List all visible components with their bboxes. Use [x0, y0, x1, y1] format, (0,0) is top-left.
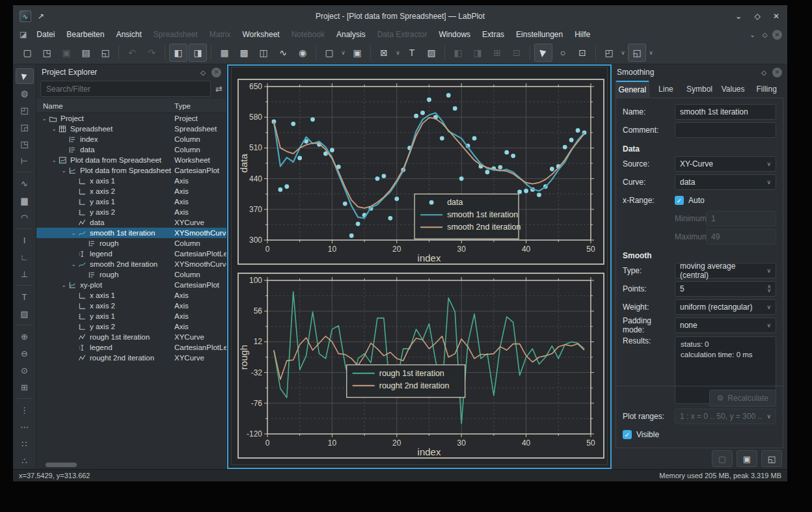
search-input[interactable] — [40, 81, 211, 97]
navigate-button[interactable]: ◍ — [16, 85, 34, 101]
break-layout-button[interactable]: ⊡ — [508, 44, 526, 62]
plot-data-from-spreadsheet[interactable]: 01020304050300370440510580650indexdatada… — [237, 79, 604, 265]
tree-row[interactable]: ⌄smooth 2nd iterationXYSmoothCurve — [36, 259, 226, 269]
minimum-field[interactable]: 1 — [706, 211, 776, 226]
tree-row[interactable]: ⌄Plot data from SpreadsheetCartesianPlot — [36, 165, 226, 176]
tree-column-header[interactable]: Name Type — [36, 99, 226, 113]
new-spreadsheet-button[interactable]: ▦ — [215, 44, 234, 62]
menu-worksheet[interactable]: Worksheet — [237, 30, 286, 39]
tab-general[interactable]: General — [616, 81, 649, 98]
new-matrix-button[interactable]: ▩ — [235, 44, 253, 62]
filter-options-icon[interactable]: ⇄ — [215, 84, 223, 94]
zoom-origin-button[interactable]: ⊙ — [16, 362, 34, 378]
new-worksheet-button[interactable]: ▢ — [320, 44, 338, 62]
mdi-minimize-button[interactable]: ⌄ — [748, 30, 757, 40]
padding-mode-combo[interactable]: none ∨ — [675, 317, 776, 333]
plot-navigation-button[interactable]: ◱ — [628, 44, 646, 62]
select-cursor-button[interactable] — [534, 44, 552, 62]
save-template-button[interactable]: ▣ — [737, 450, 757, 467]
name-field[interactable]: smooth 1st iteration — [675, 104, 776, 120]
document-print-button[interactable]: ▤ — [77, 44, 95, 62]
close-button[interactable]: ✕ — [772, 12, 781, 21]
zoom-mode-button[interactable]: ⊠ — [375, 44, 393, 62]
tree-row[interactable]: ⌄SpreadsheetSpreadsheet — [36, 124, 226, 134]
expander-icon[interactable]: ⌄ — [60, 168, 68, 174]
visible-label[interactable]: Visible — [636, 430, 659, 439]
expander-icon[interactable]: ⌄ — [70, 230, 77, 236]
magnification-button[interactable]: ◰ — [600, 44, 618, 62]
menu-einstellungen[interactable]: Einstellungen — [510, 30, 569, 39]
load-template-button[interactable]: ▢ — [712, 450, 733, 467]
grid-layout-button[interactable]: ⊞ — [488, 44, 506, 62]
tab-values[interactable]: Values — [716, 81, 750, 98]
add-image-button[interactable]: ▨ — [422, 44, 440, 62]
align-left-button[interactable]: ∷ — [16, 436, 34, 451]
add-image-button[interactable]: ▨ — [16, 306, 34, 321]
tree-row[interactable]: dataXYCurve — [36, 217, 226, 228]
tree-row[interactable]: legendCartesianPlotLegend — [36, 249, 226, 259]
zoom-select-button[interactable]: ⊡ — [573, 44, 591, 62]
menu-ansicht[interactable]: Ansicht — [110, 30, 147, 39]
column-header-type[interactable]: Type — [174, 102, 191, 110]
zoom-out-button[interactable]: ⊖ — [16, 345, 34, 361]
mdi-close-button[interactable]: ✕ — [772, 30, 782, 40]
auto-label[interactable]: Auto — [688, 196, 705, 205]
add-vertical-axis-button[interactable]: ⊥ — [16, 266, 34, 282]
color-picker-button[interactable]: ◉ — [293, 44, 312, 62]
recalculate-button[interactable]: ⚙ Recalculate — [709, 390, 776, 407]
close-dock-icon[interactable]: ✕ — [772, 68, 782, 77]
minimize-button[interactable]: ⌄ — [734, 12, 743, 21]
toggle-project-explorer-button[interactable]: ◧ — [169, 44, 187, 62]
zoom-y-button[interactable]: ◳ — [16, 136, 34, 152]
plot-navigation-dropdown-icon[interactable]: ∨ — [647, 44, 655, 61]
add-histogram-button[interactable]: ▆ — [16, 193, 34, 208]
source-combo[interactable]: XY-Curve ∨ — [675, 156, 776, 172]
zoom-select-button[interactable]: ◰ — [16, 102, 34, 118]
tree-row[interactable]: x axis 2Axis — [36, 301, 226, 311]
new-workbook-button[interactable]: ◫ — [254, 44, 273, 62]
type-combo[interactable]: moving average (central) ∨ — [675, 263, 776, 278]
maximum-field[interactable]: 49 — [706, 229, 776, 245]
edit-redo-button[interactable]: ↷ — [142, 44, 161, 62]
magnification-dropdown-icon[interactable]: ∨ — [619, 44, 627, 61]
tree-row[interactable]: ⌄Plot data from SpreadsheetWorksheet — [36, 155, 226, 165]
expander-icon[interactable]: ⌄ — [60, 282, 68, 288]
tree-row[interactable]: roughColumn — [36, 269, 226, 280]
align-top-button[interactable]: ⋮ — [16, 402, 34, 418]
expander-icon[interactable]: ⌄ — [50, 126, 58, 132]
tree-row[interactable]: rough 1st iterationXYCurve — [36, 332, 226, 342]
save-as-template-button[interactable]: ◱ — [761, 450, 782, 467]
tree-row[interactable]: x axis 2Axis — [36, 186, 226, 196]
mdi-restore-button[interactable]: ◇ — [760, 30, 770, 40]
auto-checkbox[interactable]: ✓ — [675, 196, 684, 205]
tree-row[interactable]: y axis 1Axis — [36, 196, 226, 207]
plot-ranges-combo[interactable]: 1 : x = 0 .. 50, y = 300 .. 650 ∨ — [675, 409, 776, 424]
tree-row[interactable]: ⌄ProjectProject — [36, 113, 226, 124]
tab-filling[interactable]: Filling — [750, 81, 783, 98]
add-text-label-button[interactable]: T — [403, 44, 421, 62]
edit-undo-button[interactable]: ↶ — [123, 44, 141, 62]
align-middle-button[interactable]: ⋯ — [16, 419, 34, 435]
spinbox-arrows-icon[interactable]: ∧∨ — [767, 285, 771, 293]
curve-combo[interactable]: data ∨ — [675, 174, 776, 190]
points-spinbox[interactable]: 5 ∧∨ — [675, 281, 776, 297]
tree-row[interactable]: ⌄xy-plotCartesianPlot — [36, 280, 226, 290]
float-dock-icon[interactable]: ◇ — [200, 69, 206, 76]
menu-extras[interactable]: Extras — [476, 30, 510, 39]
horizontal-scrollbar[interactable] — [46, 463, 77, 467]
tree-row[interactable]: ⌄smooth 1st iterationXYSmoothCurve — [36, 228, 226, 238]
tree-row[interactable]: x axis 1Axis — [36, 176, 226, 186]
tree-row[interactable]: y axis 2Axis — [36, 207, 226, 217]
add-horizontal-axis-button[interactable]: ∟ — [16, 249, 34, 265]
comment-field[interactable] — [675, 122, 776, 138]
tree-row[interactable]: indexColumn — [36, 134, 226, 144]
close-dock-icon[interactable]: ✕ — [211, 68, 221, 77]
weight-combo[interactable]: uniform (rectangular) ∨ — [675, 299, 776, 315]
expander-icon[interactable]: ⌄ — [40, 116, 48, 122]
navigate-hand-button[interactable]: ○ — [554, 44, 572, 62]
menu-bearbeiten[interactable]: Bearbeiten — [61, 30, 110, 39]
expander-icon[interactable]: ⌄ — [50, 157, 58, 163]
menu-datei[interactable]: Datei — [31, 30, 61, 39]
pin-icon[interactable]: ↗ — [38, 12, 44, 21]
title-bar[interactable]: ∿ ↗ Project - [Plot data from Spreadshee… — [13, 5, 787, 27]
